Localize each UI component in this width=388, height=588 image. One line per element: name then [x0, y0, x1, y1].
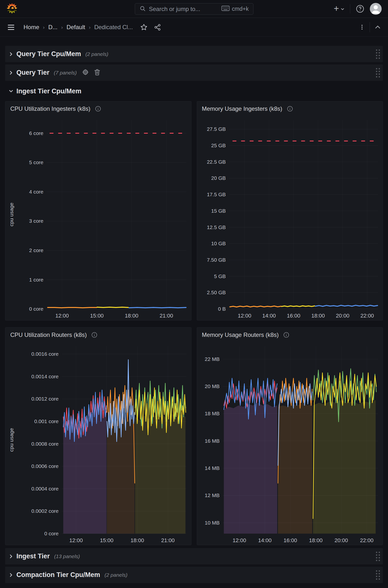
row-ingest-tier-cpu-mem[interactable]: Ingest Tier Cpu/Mem [5, 83, 383, 99]
row-drag-handle[interactable] [376, 49, 380, 59]
svg-text:16 MB: 16 MB [205, 438, 220, 444]
plus-icon: + [334, 4, 339, 13]
svg-text:cpu usage: cpu usage [9, 203, 14, 226]
svg-text:25 GB: 25 GB [211, 143, 226, 148]
row-delete-trash-icon[interactable] [94, 69, 100, 76]
panel-title: CPU Utilization Ingesters (k8s) [10, 105, 91, 112]
breadcrumb-home[interactable]: Home [24, 24, 39, 31]
panel-memory-usage-routers: Memory Usage Routers (k8s) 22 MB20 MB18 … [197, 327, 383, 545]
info-icon[interactable] [287, 106, 293, 112]
search-input[interactable]: Search or jump to... cmd+k [135, 3, 253, 15]
divider [350, 4, 350, 13]
svg-text:27.5 GB: 27.5 GB [207, 126, 225, 132]
chevron-right-icon [9, 52, 13, 56]
time-series-chart[interactable]: 0.0016 core0.0014 core0.0012 core0.001 c… [5, 342, 191, 545]
panel-cpu-utilization-ingesters: CPU Utilization Ingesters (k8s) 6 core5 … [5, 101, 192, 320]
svg-text:4 core: 4 core [29, 189, 43, 195]
panel-title: Memory Usage Routers (k8s) [202, 332, 279, 338]
search-shortcut: cmd+k [232, 6, 248, 12]
help-icon[interactable] [356, 4, 364, 13]
row-settings-gear-icon[interactable] [82, 69, 89, 76]
row-title: Compaction Tier Cpu/Mem [16, 571, 100, 579]
svg-text:12.5 GB: 12.5 GB [207, 225, 225, 230]
svg-text:2.50 GB: 2.50 GB [207, 290, 225, 295]
svg-text:14:00: 14:00 [262, 313, 276, 319]
svg-text:14:00: 14:00 [258, 537, 271, 543]
row-ingest-tier[interactable]: Ingest Tier (13 panels) [5, 548, 383, 565]
info-icon[interactable] [91, 332, 97, 338]
svg-text:1 core: 1 core [29, 277, 43, 282]
grafana-logo[interactable] [6, 3, 18, 15]
svg-text:0.0008 core: 0.0008 core [31, 441, 59, 447]
svg-text:18:00: 18:00 [309, 537, 322, 543]
svg-text:18:00: 18:00 [125, 313, 138, 319]
svg-text:15:00: 15:00 [100, 537, 114, 543]
dashboard-canvas: Query Tier Cpu/Mem (2 panels) Query Tier… [0, 37, 388, 583]
svg-text:16:00: 16:00 [287, 313, 300, 319]
chevron-down-icon [340, 7, 345, 11]
panel-header[interactable]: Memory Usage Ingesters (k8s) [197, 101, 383, 116]
row-panel-count: (7 panels) [54, 70, 77, 76]
svg-text:6 core: 6 core [29, 130, 43, 136]
svg-text:20:00: 20:00 [336, 313, 349, 319]
collapse-topbar-icon[interactable] [374, 24, 381, 31]
breadcrumb-folder[interactable]: Default [66, 24, 85, 31]
svg-text:0 core: 0 core [44, 531, 59, 536]
info-icon[interactable] [95, 106, 101, 112]
row-panel-count: (13 panels) [54, 553, 80, 559]
breadcrumb-current: Dedicated Cl... [94, 24, 133, 31]
time-series-chart[interactable]: 6 core5 core4 core3 core2 core1 core0 co… [5, 116, 191, 320]
user-avatar[interactable] [370, 3, 382, 15]
panel-title: Memory Usage Ingesters (k8s) [202, 105, 282, 112]
svg-text:17.5 GB: 17.5 GB [207, 192, 225, 197]
share-icon[interactable] [154, 24, 161, 31]
breadcrumb-dashboards[interactable]: D... [48, 24, 57, 31]
panel-header[interactable]: CPU Utilization Ingesters (k8s) [5, 101, 191, 116]
breadcrumb-separator: › [89, 24, 91, 30]
chevron-down-icon [9, 89, 13, 93]
svg-text:0 core: 0 core [29, 306, 43, 312]
svg-text:0.0014 core: 0.0014 core [31, 374, 59, 379]
info-icon[interactable] [283, 332, 290, 338]
svg-text:12 MB: 12 MB [205, 493, 220, 498]
svg-text:7.50 GB: 7.50 GB [207, 257, 225, 263]
time-series-chart[interactable]: 27.5 GB25 GB22.5 GB20 GB17.5 GB15 GB12.5… [197, 116, 383, 320]
svg-text:16:00: 16:00 [283, 537, 297, 543]
svg-text:18:00: 18:00 [131, 537, 144, 543]
row-compaction-tier-cpu-mem[interactable]: Compaction Tier Cpu/Mem (2 panels) [5, 567, 383, 583]
svg-text:18 MB: 18 MB [205, 411, 220, 416]
panel-cpu-utilization-routers: CPU Utilization Routers (k8s) 0.0016 cor… [5, 327, 192, 545]
chevron-right-icon [9, 71, 13, 75]
kebab-menu-icon[interactable] [359, 24, 365, 30]
svg-text:20 GB: 20 GB [211, 175, 226, 181]
svg-text:2 core: 2 core [29, 248, 43, 253]
svg-text:5 core: 5 core [29, 159, 43, 165]
breadcrumb-separator: › [61, 24, 63, 30]
row-title: Ingest Tier Cpu/Mem [16, 88, 81, 95]
svg-text:0.0002 core: 0.0002 core [31, 508, 59, 514]
svg-text:10 MB: 10 MB [205, 520, 220, 525]
svg-text:21:00: 21:00 [160, 313, 173, 319]
new-dropdown-button[interactable]: + [334, 5, 345, 13]
svg-text:20:00: 20:00 [334, 537, 348, 543]
row-panel-count: (2 panels) [86, 51, 108, 57]
chevron-right-icon [9, 573, 13, 577]
keyboard-icon [221, 5, 230, 13]
row-query-tier-cpu-mem[interactable]: Query Tier Cpu/Mem (2 panels) [5, 46, 383, 62]
panel-title: CPU Utilization Routers (k8s) [10, 332, 87, 338]
search-icon [140, 5, 146, 13]
row-drag-handle[interactable] [376, 570, 380, 580]
row-drag-handle[interactable] [376, 552, 380, 561]
panel-header[interactable]: Memory Usage Routers (k8s) [197, 328, 383, 342]
star-icon[interactable] [140, 23, 147, 31]
top-bar: Search or jump to... cmd+k + [0, 0, 388, 18]
panel-memory-usage-ingesters: Memory Usage Ingesters (k8s) 27.5 GB25 G… [197, 101, 383, 320]
svg-text:12:00: 12:00 [55, 313, 69, 319]
svg-text:0 B: 0 B [218, 306, 226, 312]
menu-icon[interactable] [7, 24, 15, 31]
time-series-chart[interactable]: 22 MB20 MB18 MB16 MB14 MB12 MB10 MB12:00… [197, 342, 383, 545]
svg-text:22.5 GB: 22.5 GB [207, 159, 225, 165]
row-drag-handle[interactable] [376, 68, 380, 77]
row-query-tier[interactable]: Query Tier (7 panels) [5, 65, 383, 81]
panel-header[interactable]: CPU Utilization Routers (k8s) [5, 328, 191, 342]
